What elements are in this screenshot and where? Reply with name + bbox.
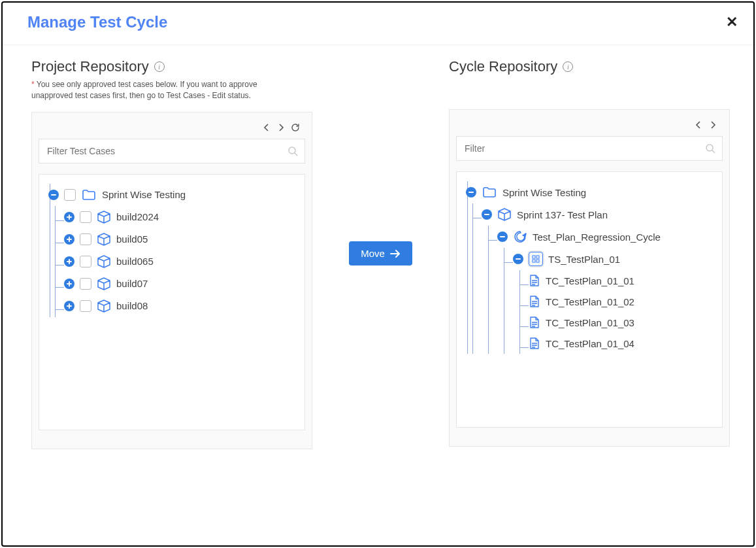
package-icon [97, 254, 111, 269]
package-icon [97, 277, 111, 291]
refresh-icon [291, 123, 300, 132]
svg-line-1 [295, 153, 297, 156]
root-folder-label: Sprint Wise Testing [102, 189, 186, 200]
tree-test-case[interactable]: TC_TestPlan_01_04 [529, 333, 718, 354]
collapse-toggle[interactable] [497, 231, 508, 242]
cycle-panel: Sprint Wise Testing Sprint 1 [449, 109, 730, 447]
svg-rect-7 [536, 260, 539, 262]
cycle-toolbar [456, 118, 723, 132]
project-repository-column: Project Repository i * You see only appr… [31, 58, 312, 449]
test-case-label: TC_TestPlan_01_04 [546, 338, 634, 349]
tree-test-suite[interactable]: TS_TestPlan_01 [513, 248, 718, 270]
test-case-label: TC_TestPlan_01_02 [546, 296, 634, 307]
collapse-toggle[interactable] [513, 254, 523, 264]
chevron-right-icon [710, 121, 716, 129]
tree-test-case[interactable]: TC_TestPlan_01_01 [529, 270, 718, 291]
expand-toggle[interactable] [64, 212, 74, 222]
collapse-toggle[interactable] [466, 187, 476, 197]
project-toolbar [39, 120, 305, 135]
prev-button[interactable] [259, 120, 274, 135]
tree-item-label: build2024 [116, 211, 159, 222]
testcase-icon [529, 337, 540, 350]
tree-item-label: build065 [116, 256, 154, 267]
checkbox[interactable] [80, 233, 91, 245]
tree-test-cycle[interactable]: Test_Plan_Regression_Cycle [497, 226, 718, 248]
checkbox[interactable] [80, 300, 91, 312]
package-icon [97, 299, 111, 313]
collapse-toggle[interactable] [48, 190, 59, 200]
root-folder-label: Sprint Wise Testing [502, 187, 586, 198]
tree-test-case[interactable]: TC_TestPlan_01_03 [529, 312, 718, 333]
tree-test-case[interactable]: TC_TestPlan_01_02 [529, 291, 718, 312]
tree-item[interactable]: build08 [64, 295, 301, 317]
cycle-tree-container: Sprint Wise Testing Sprint 1 [456, 171, 723, 428]
cycle-filter-input[interactable] [463, 143, 705, 154]
cycle-repository-column: Cycle Repository i [449, 58, 730, 447]
testcase-icon [529, 295, 540, 308]
tree-item[interactable]: build2024 [64, 206, 301, 228]
tree-item[interactable]: build05 [64, 228, 301, 250]
svg-rect-5 [536, 256, 539, 258]
collapse-toggle[interactable] [482, 209, 492, 220]
test-cycle-label: Test_Plan_Regression_Cycle [533, 231, 661, 243]
svg-point-2 [706, 145, 713, 151]
cycle-filter-box [456, 136, 723, 161]
tree-test-plan[interactable]: Sprint 137- Test Plan [482, 203, 718, 226]
next-button[interactable] [274, 120, 288, 135]
expand-toggle[interactable] [64, 279, 74, 289]
tree-item-label: build08 [116, 300, 148, 311]
chevron-left-icon [695, 121, 702, 129]
tree-item-label: build05 [116, 233, 148, 245]
folder-icon [81, 188, 97, 202]
svg-line-3 [712, 150, 715, 153]
test-case-label: TC_TestPlan_01_01 [546, 275, 634, 286]
search-icon [288, 146, 298, 156]
package-icon [97, 210, 111, 224]
project-tree-container: Sprint Wise Testing [39, 174, 305, 430]
chevron-left-icon [263, 124, 270, 131]
test-suite-label: TS_TestPlan_01 [548, 254, 620, 265]
svg-point-0 [289, 147, 295, 154]
tree-item[interactable]: build065 [64, 250, 301, 273]
test-plan-label: Sprint 137- Test Plan [517, 209, 608, 220]
checkbox[interactable] [80, 211, 91, 223]
tree-item-label: build07 [116, 278, 148, 289]
test-case-label: TC_TestPlan_01_03 [546, 317, 634, 328]
project-filter-box [39, 139, 305, 163]
package-icon [97, 232, 111, 247]
tree-root-folder[interactable]: Sprint Wise Testing [48, 184, 301, 206]
svg-rect-6 [533, 260, 535, 262]
svg-rect-4 [533, 256, 535, 258]
checkbox[interactable] [64, 189, 76, 201]
prev-button[interactable] [691, 118, 706, 132]
checkbox[interactable] [80, 278, 91, 290]
search-icon [705, 143, 715, 154]
refresh-button[interactable] [288, 120, 303, 135]
expand-toggle[interactable] [64, 234, 74, 245]
checkbox[interactable] [80, 256, 91, 267]
expand-toggle[interactable] [64, 256, 74, 267]
cycle-tree[interactable]: Sprint Wise Testing Sprint 1 [457, 172, 722, 427]
project-tree[interactable]: Sprint Wise Testing [39, 175, 304, 430]
tree-item[interactable]: build07 [64, 273, 301, 295]
project-filter-input[interactable] [46, 145, 288, 157]
package-icon [497, 207, 512, 222]
folder-icon [482, 185, 497, 199]
tree-root-folder[interactable]: Sprint Wise Testing [466, 181, 718, 203]
testsuite-icon [529, 252, 543, 266]
chevron-right-icon [278, 124, 284, 131]
testcase-icon [529, 274, 540, 287]
next-button[interactable] [706, 118, 720, 132]
cycle-icon [513, 230, 527, 244]
expand-toggle[interactable] [64, 301, 74, 311]
testcase-icon [529, 316, 540, 329]
project-panel: Sprint Wise Testing [31, 112, 312, 449]
